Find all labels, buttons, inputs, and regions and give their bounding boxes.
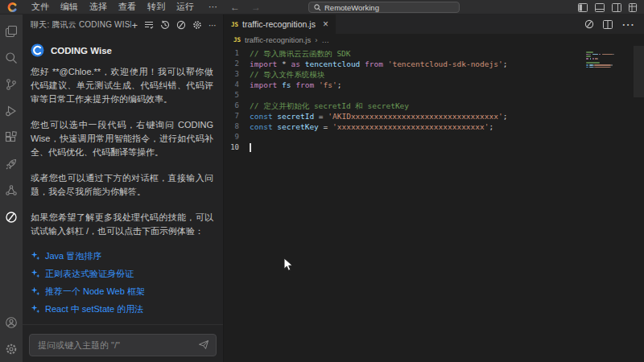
layout-controls: :	[578, 0, 639, 14]
chat-messages: CODING Wise 您好 **@Chloe.**，欢迎使用！我可以帮你做代码…	[23, 35, 223, 324]
minimap[interactable]	[586, 51, 631, 73]
js-file-icon: JS	[231, 21, 238, 28]
menu-item[interactable]: 文件	[26, 1, 55, 13]
code-line[interactable]: 8const secretKey = 'xxxxxxxxxxxxxxxxxxxx…	[224, 121, 644, 132]
example-link[interactable]: Java 冒泡排序	[31, 250, 213, 261]
vscode-window: 文件编辑选择查看转到运行 ⋯ ← → RemoteWorking :	[0, 0, 644, 362]
history-icon[interactable]	[160, 20, 170, 30]
search-sidebar-icon[interactable]	[0, 44, 23, 71]
line-number: 3	[224, 69, 250, 80]
coding-wise-editor-icon[interactable]	[584, 19, 594, 29]
code-line[interactable]: 4import fs from 'fs';	[224, 80, 644, 90]
editor-actions: ⋯	[584, 14, 644, 34]
tab-bar: JS traffic-recognition.js × ⋯	[224, 14, 644, 34]
menu-bar: 文件编辑选择查看转到运行	[26, 1, 200, 13]
tab-close-icon[interactable]: ×	[323, 19, 328, 30]
example-link-label: 推荐一个 Node Web 框架	[45, 286, 145, 298]
chat-settings-icon[interactable]	[192, 20, 202, 30]
coding-wise-sidebar-icon[interactable]	[0, 204, 23, 230]
code-line[interactable]: 10	[224, 142, 644, 153]
code-line[interactable]: 1// 导入腾讯云云函数的 SDK	[224, 48, 644, 59]
chat-input[interactable]	[29, 334, 217, 356]
coding-wise-header-icon[interactable]	[176, 20, 186, 30]
code-line[interactable]: 5	[224, 90, 644, 101]
example-link[interactable]: 推荐一个 Node Web 框架	[31, 286, 213, 297]
line-number: 8	[224, 121, 250, 132]
coding-wise-avatar	[31, 43, 44, 57]
mouse-cursor-icon	[283, 257, 294, 272]
example-link[interactable]: 正则表达式验证身份证	[31, 268, 213, 279]
explorer-icon[interactable]	[0, 18, 23, 44]
chat-panel-header: 聊天: 腾讯云 CODING WISE + ⋯	[23, 14, 223, 35]
split-editor-icon[interactable]	[603, 20, 613, 29]
line-number: 1	[224, 48, 250, 59]
code-line[interactable]: 9	[224, 132, 644, 142]
chat-paragraph: 或者您也可以通过下方的对话框，直接输入问题，我会尽我所能为你解答。	[31, 171, 213, 199]
chat-paragraph: 您好 **@Chloe.**，欢迎使用！我可以帮你做代码建议、单元测试生成、代码…	[31, 65, 213, 106]
example-link[interactable]: React 中 setState 的用法	[31, 303, 213, 315]
example-link-label: 正则表达式验证身份证	[45, 268, 134, 280]
back-icon[interactable]: ←	[226, 2, 244, 13]
community-icon[interactable]	[0, 177, 23, 204]
chat-list-icon[interactable]	[144, 21, 154, 29]
breadcrumb-file[interactable]: traffic-recognition.js	[245, 35, 311, 44]
rocket-icon[interactable]	[0, 150, 23, 177]
breadcrumb[interactable]: JS traffic-recognition.js › …	[224, 34, 644, 46]
settings-gear-icon[interactable]	[0, 335, 23, 362]
menu-item[interactable]: 运行	[171, 1, 200, 13]
extensions-icon[interactable]	[0, 124, 23, 150]
search-icon	[314, 4, 321, 11]
code-line[interactable]: 3// 导入文件系统模块	[224, 69, 644, 80]
menu-item[interactable]: 编辑	[55, 1, 84, 13]
run-debug-icon[interactable]	[0, 97, 23, 124]
example-link-label: React 中 setState 的用法	[45, 303, 143, 315]
app-logo-icon	[6, 2, 18, 13]
assistant-header: CODING Wise	[31, 43, 213, 57]
code-line[interactable]: 2import * as tencentcloud from 'tencentc…	[224, 59, 644, 69]
code-line[interactable]: 6// 定义并初始化 secretId 和 secretKey	[224, 101, 644, 111]
breadcrumb-js-icon: JS	[233, 36, 241, 43]
editor-more-icon[interactable]: ⋯	[621, 17, 634, 32]
chat-more-icon[interactable]: ⋯	[208, 21, 217, 30]
line-number: 10	[224, 142, 250, 153]
chat-header-actions: + ⋯	[131, 19, 217, 31]
text-caret	[250, 143, 251, 152]
search-value: RemoteWorking	[324, 3, 379, 12]
line-number: 5	[224, 90, 250, 101]
breadcrumb-more[interactable]: …	[321, 35, 329, 44]
code-line[interactable]: 7const secretId = 'AKIDxxxxxxxxxxxxxxxxx…	[224, 111, 644, 121]
editor-group: JS traffic-recognition.js × ⋯ JS traffic…	[224, 14, 644, 362]
chat-panel: 聊天: 腾讯云 CODING WISE + ⋯	[23, 14, 224, 362]
line-number: 9	[224, 132, 250, 142]
editor-scrollbar[interactable]	[634, 46, 644, 362]
layout-sidebar-right-icon[interactable]	[612, 3, 621, 12]
menu-item[interactable]: 转到	[142, 1, 171, 13]
forward-icon[interactable]: →	[247, 2, 265, 13]
chat-panel-title: 聊天: 腾讯云 CODING WISE	[31, 19, 131, 31]
menu-item[interactable]: 查看	[113, 1, 142, 13]
tab-traffic-recognition[interactable]: JS traffic-recognition.js ×	[224, 14, 336, 34]
assistant-name: CODING Wise	[51, 46, 112, 56]
chat-paragraph: 如果您希望了解更多我处理代码的技能，可以试试输入斜杠 /，也可以点击下面示例体验…	[31, 211, 213, 238]
send-icon[interactable]	[198, 339, 209, 350]
breadcrumb-separator-icon: ›	[315, 35, 317, 44]
account-icon[interactable]	[0, 309, 23, 335]
sparkle-icon	[31, 269, 40, 278]
svg-text::: :	[637, 4, 638, 8]
menu-overflow[interactable]: ⋯	[203, 2, 223, 12]
code-editor[interactable]: 1// 导入腾讯云云函数的 SDK2import * as tencentclo…	[224, 46, 644, 362]
menu-item[interactable]: 选择	[84, 1, 113, 13]
layout-panel-icon[interactable]	[595, 3, 605, 12]
layout-sidebar-left-icon[interactable]	[578, 3, 588, 12]
source-control-icon[interactable]	[0, 71, 23, 97]
line-number: 2	[224, 59, 250, 69]
command-center-search[interactable]: RemoteWorking	[308, 2, 460, 13]
chat-paragraph: 您也可以选中一段代码，右键询问 CODING Wise，快速调用常用智能指令，进…	[31, 118, 213, 159]
example-link-label: Java 冒泡排序	[45, 250, 101, 262]
line-number: 7	[224, 111, 250, 121]
tab-label: traffic-recognition.js	[242, 19, 316, 29]
chat-input-area	[23, 324, 223, 362]
new-chat-icon[interactable]: +	[131, 19, 138, 31]
layout-customize-icon[interactable]: :	[629, 3, 639, 12]
sparkle-icon	[31, 251, 40, 261]
